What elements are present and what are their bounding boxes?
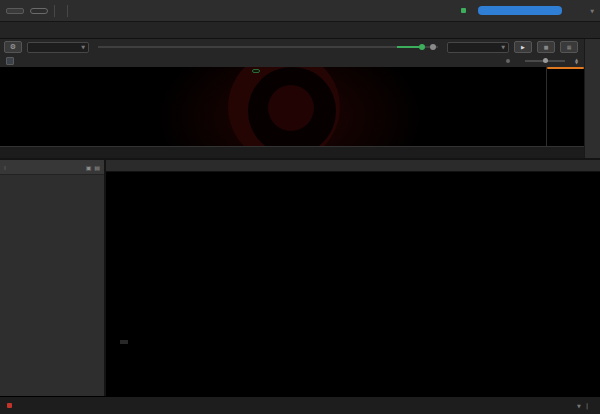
inactive-status-icon xyxy=(7,403,12,408)
start-date-select[interactable]: ▼ xyxy=(27,42,89,53)
separator: | xyxy=(586,402,588,409)
status-bar: ▼ | xyxy=(0,396,600,414)
play-button[interactable]: ▶ xyxy=(514,41,532,53)
chevron-down-icon: ▼ xyxy=(81,44,85,50)
chart-panel: ⚙ ▼ ▼ ▶ ■ ▦ xyxy=(0,39,584,158)
current-price-label xyxy=(547,67,584,69)
divider xyxy=(54,5,55,17)
tab-row xyxy=(0,22,600,39)
backtest-progress-slider[interactable] xyxy=(98,46,438,48)
chart-legend xyxy=(120,340,128,344)
divider xyxy=(67,5,68,17)
chevron-down-icon: ▼ xyxy=(577,403,581,409)
slider-end-handle[interactable] xyxy=(430,44,436,50)
report-icon: ▦ xyxy=(567,44,572,50)
parameters-header: ⁞ ▣ ▤ xyxy=(0,160,104,175)
drag-handle-icon[interactable]: ⁞ xyxy=(4,164,6,171)
backtest-settings-button[interactable]: ⚙ xyxy=(4,41,22,53)
gear-icon: ⚙ xyxy=(10,43,16,51)
slider-handle[interactable] xyxy=(419,44,425,50)
results-tab-bar xyxy=(106,160,600,172)
time-axis[interactable] xyxy=(0,146,584,158)
price-chart-area xyxy=(0,67,584,146)
equity-chart xyxy=(106,172,600,396)
parameters-list xyxy=(0,175,104,183)
time-marker-icon xyxy=(506,59,510,63)
stop-icon: ■ xyxy=(544,44,549,50)
bottom-region: ⁞ ▣ ▤ xyxy=(0,158,600,396)
report-button[interactable]: ▦ xyxy=(560,41,578,53)
new-order-button[interactable] xyxy=(30,8,48,14)
account-status-icon xyxy=(461,8,466,13)
main-region: ⚙ ▼ ▼ ▶ ■ ▦ xyxy=(0,39,600,158)
chevron-down-icon: ▼ xyxy=(501,44,505,50)
account-selector[interactable]: ▼ xyxy=(461,6,594,15)
end-date-select[interactable]: ▼ xyxy=(447,42,509,53)
chevron-down-icon: ▼ xyxy=(590,8,594,14)
panel-menu-icon[interactable]: ▤ xyxy=(94,164,100,171)
account-number-redacted xyxy=(478,6,562,15)
stop-button[interactable]: ■ xyxy=(537,41,555,53)
visual-mode-checkbox[interactable] xyxy=(6,57,14,65)
drawing-tools-bar xyxy=(584,39,600,158)
candlestick-svg[interactable] xyxy=(0,67,546,146)
visual-mode-row: ▲▼ xyxy=(0,55,584,67)
equity-svg xyxy=(106,172,598,392)
price-chart[interactable] xyxy=(0,67,546,146)
price-axis[interactable] xyxy=(546,67,584,146)
top-bar: ▼ xyxy=(0,0,600,22)
speed-stepper[interactable]: ▲▼ xyxy=(575,58,578,65)
back-button[interactable] xyxy=(6,8,24,14)
backtest-controls: ⚙ ▼ ▼ ▶ ■ ▦ xyxy=(0,39,584,55)
dock-icon[interactable]: ▣ xyxy=(86,164,92,171)
parameters-panel: ⁞ ▣ ▤ xyxy=(0,160,106,396)
play-icon: ▶ xyxy=(521,44,525,50)
speed-slider-handle[interactable] xyxy=(543,58,548,63)
app-window: ▼ ⚙ ▼ ▼ ▶ ■ xyxy=(0,0,600,414)
open-pl-label xyxy=(252,69,260,73)
slider-fill xyxy=(397,46,421,48)
results-panel xyxy=(106,160,600,396)
speed-slider[interactable] xyxy=(525,60,565,62)
